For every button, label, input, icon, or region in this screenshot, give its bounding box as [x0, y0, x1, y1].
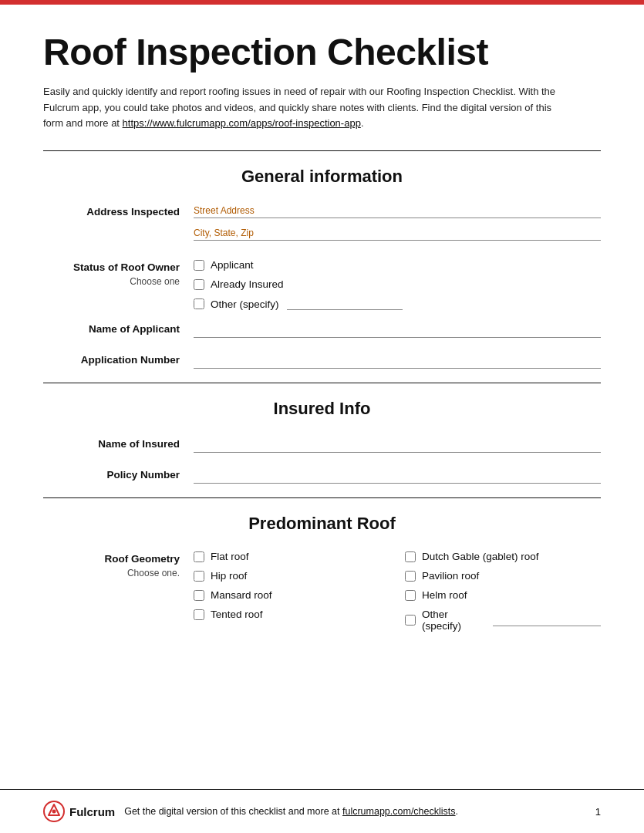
checkbox-mansard-roof-input[interactable] — [194, 590, 204, 601]
checkbox-mansard-roof[interactable]: Mansard roof — [194, 589, 389, 601]
roof-geometry-right-col: Dutch Gable (gablet) roof Pavilion roof … — [405, 551, 601, 632]
roof-owner-label: Status of Roof Owner Choose one — [43, 259, 194, 288]
insured-name-field — [194, 436, 601, 456]
footer-page-number: 1 — [595, 806, 601, 818]
applicant-name-row: Name of Applicant — [43, 321, 601, 341]
roof-owner-checkboxes: Applicant Already Insured Other (specify… — [194, 259, 601, 310]
address-label: Address Inspected — [43, 204, 194, 220]
address-row: Address Inspected — [43, 204, 601, 248]
footer-text: Get the digital version of this checklis… — [124, 806, 586, 817]
policy-number-label: Policy Number — [43, 467, 194, 483]
roof-geometry-row: Roof Geometry Choose one. Flat roof — [43, 551, 601, 632]
predominant-roof-title: Predominant Roof — [43, 514, 601, 534]
predominant-roof-section: Predominant Roof Roof Geometry Choose on… — [43, 514, 601, 632]
checkbox-pavilion-roof-input[interactable] — [405, 571, 416, 582]
checkbox-hip-roof[interactable]: Hip roof — [194, 570, 389, 582]
insured-section-title: Insured Info — [43, 399, 601, 419]
application-number-underline — [194, 352, 601, 369]
application-number-label: Application Number — [43, 352, 194, 368]
checkbox-dutch-gable-roof[interactable]: Dutch Gable (gablet) roof — [405, 551, 601, 562]
checkbox-other-roof-input[interactable] — [405, 615, 416, 626]
general-information-section: General information Address Inspected St… — [43, 167, 601, 372]
policy-number-underline — [194, 467, 601, 484]
street-address-input[interactable] — [194, 204, 601, 218]
fulcrum-logo: Fulcrum — [43, 801, 115, 822]
roof-geometry-label: Roof Geometry Choose one. — [43, 551, 194, 580]
policy-number-field — [194, 467, 601, 487]
applicant-name-field — [194, 321, 601, 341]
roof-geometry-left-col: Flat roof Hip roof Mansard roof — [194, 551, 389, 632]
applicant-name-underline — [194, 321, 601, 338]
fulcrum-logo-text: Fulcrum — [69, 805, 115, 818]
page-title: Roof Inspection Checklist — [43, 32, 601, 73]
city-state-zip-input[interactable] — [194, 226, 601, 241]
policy-number-row: Policy Number — [43, 467, 601, 487]
svg-point-2 — [52, 810, 56, 814]
roof-owner-row: Status of Roof Owner Choose one Applican… — [43, 259, 601, 310]
checkbox-tented-roof-input[interactable] — [194, 609, 204, 620]
checkbox-hip-roof-input[interactable] — [194, 571, 204, 582]
fulcrum-icon — [43, 801, 65, 822]
section-divider-insured — [43, 383, 601, 383]
checkbox-helm-roof[interactable]: Helm roof — [405, 589, 601, 601]
checkbox-other[interactable]: Other (specify) — [194, 298, 601, 310]
roof-other-specify-line — [493, 614, 601, 626]
applicant-name-label: Name of Applicant — [43, 321, 194, 337]
insured-name-underline — [194, 436, 601, 453]
application-number-row: Application Number — [43, 352, 601, 372]
insured-name-label: Name of Insured — [43, 436, 194, 452]
checkbox-other-roof[interactable]: Other (specify) — [405, 609, 601, 632]
checkbox-other-input[interactable] — [194, 298, 204, 309]
roof-geometry-checkboxes: Flat roof Hip roof Mansard roof — [194, 551, 601, 632]
checkbox-applicant[interactable]: Applicant — [194, 259, 601, 271]
checkbox-already-insured[interactable]: Already Insured — [194, 278, 601, 290]
intro-link[interactable]: https://www.fulcrumapp.com/apps/roof-ins… — [123, 117, 361, 129]
checkbox-applicant-input[interactable] — [194, 260, 204, 271]
checkbox-dutch-gable-input[interactable] — [405, 551, 416, 562]
section-divider-roof — [43, 497, 601, 498]
insured-name-row: Name of Insured — [43, 436, 601, 456]
checkbox-helm-roof-input[interactable] — [405, 590, 416, 601]
application-number-field — [194, 352, 601, 372]
other-specify-line — [287, 298, 403, 310]
section-divider-top — [43, 150, 601, 151]
checkbox-tented-roof[interactable]: Tented roof — [194, 609, 389, 620]
checkbox-already-insured-input[interactable] — [194, 279, 204, 290]
intro-paragraph: Easily and quickly identify and report r… — [43, 84, 568, 132]
page-footer: Fulcrum Get the digital version of this … — [0, 789, 644, 833]
checkbox-flat-roof[interactable]: Flat roof — [194, 551, 389, 562]
address-fields — [194, 204, 601, 248]
general-section-title: General information — [43, 167, 601, 187]
footer-link[interactable]: fulcrumapp.com/checklists — [342, 806, 456, 817]
insured-info-section: Insured Info Name of Insured Policy Numb… — [43, 399, 601, 487]
checkbox-pavilion-roof[interactable]: Pavilion roof — [405, 570, 601, 582]
checkbox-flat-roof-input[interactable] — [194, 551, 204, 562]
